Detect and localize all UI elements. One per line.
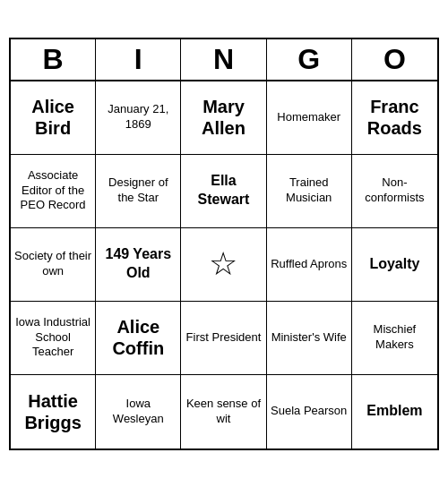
bingo-header: BINGO: [11, 39, 437, 81]
bingo-cell: Designer of the Star: [96, 155, 181, 228]
bingo-cell: Emblem: [352, 375, 437, 449]
bingo-cell: Suela Pearson: [267, 375, 352, 449]
bingo-cell: Loyalty: [352, 228, 437, 302]
bingo-cell: Associate Editor of the PEO Record: [11, 155, 96, 228]
bingo-cell: Alice Coffin: [96, 302, 181, 375]
bingo-header-letter: O: [352, 39, 437, 80]
bingo-cell: Keen sense of wit: [181, 375, 266, 449]
bingo-cell: Trained Musician: [267, 155, 352, 228]
bingo-cell: First President: [181, 302, 266, 375]
bingo-cell: Non-conformists: [352, 155, 437, 228]
bingo-header-letter: G: [267, 39, 352, 80]
bingo-card: BINGO Alice BirdJanuary 21, 1869Mary All…: [9, 38, 439, 450]
bingo-cell: Alice Bird: [11, 81, 96, 155]
bingo-cell: Mary Allen: [181, 81, 266, 155]
bingo-header-letter: N: [181, 39, 266, 80]
bingo-cell: Ruffled Aprons: [267, 228, 352, 302]
bingo-cell: Homemaker: [267, 81, 352, 155]
bingo-cell: Franc Roads: [352, 81, 437, 155]
bingo-grid: Alice BirdJanuary 21, 1869Mary AllenHome…: [11, 81, 437, 449]
bingo-cell: Ella Stewart: [181, 155, 266, 228]
bingo-cell: Iowa Wesleyan: [96, 375, 181, 449]
bingo-cell: Minister's Wife: [267, 302, 352, 375]
bingo-cell: Mischief Makers: [352, 302, 437, 375]
bingo-cell: 149 Years Old: [96, 228, 181, 302]
bingo-cell: January 21, 1869: [96, 81, 181, 155]
bingo-cell: Iowa Industrial School Teacher: [11, 302, 96, 375]
bingo-cell: ☆: [181, 228, 266, 302]
bingo-cell: Society of their own: [11, 228, 96, 302]
bingo-cell: Hattie Briggs: [11, 375, 96, 449]
bingo-header-letter: I: [96, 39, 181, 80]
bingo-header-letter: B: [11, 39, 96, 80]
